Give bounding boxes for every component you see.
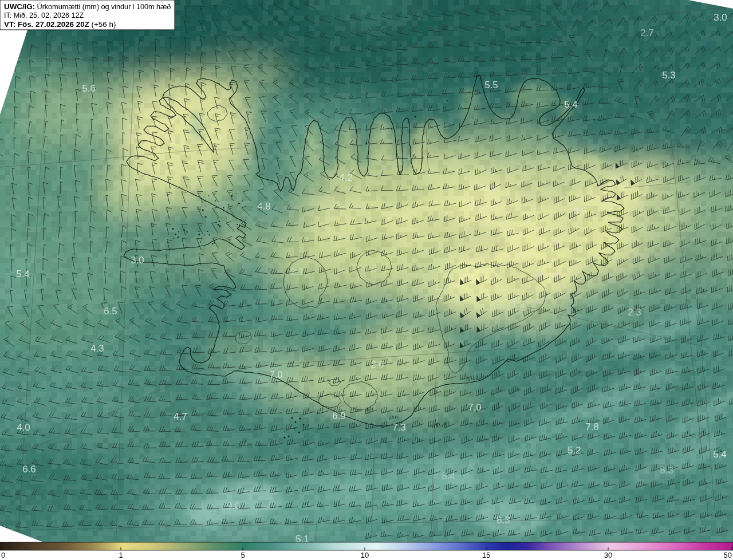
svg-text:0: 0 — [1, 551, 5, 559]
svg-text:IT: Mið. 25. 02. 2026 12Z: IT: Mið. 25. 02. 2026 12Z — [4, 11, 84, 19]
svg-text:4.3: 4.3 — [90, 343, 104, 354]
svg-text:6.9: 6.9 — [332, 411, 346, 421]
svg-text:7.0: 7.0 — [468, 402, 482, 413]
svg-text:1: 1 — [119, 551, 123, 559]
svg-text:8.3: 8.3 — [496, 515, 510, 526]
svg-text:5: 5 — [241, 551, 245, 559]
svg-text:8.4: 8.4 — [442, 471, 455, 482]
svg-text:30: 30 — [604, 551, 612, 559]
svg-text:5.3: 5.3 — [662, 70, 676, 81]
svg-text:7.3: 7.3 — [392, 422, 406, 433]
svg-text:5.4: 5.4 — [16, 269, 30, 279]
svg-text:5.5: 5.5 — [484, 80, 498, 90]
svg-text:5.4: 5.4 — [713, 449, 727, 460]
svg-text:9.0: 9.0 — [227, 500, 241, 511]
svg-text:2.7: 2.7 — [640, 27, 654, 38]
svg-text:1.2: 1.2 — [434, 281, 448, 292]
svg-text:1.6: 1.6 — [364, 263, 377, 274]
svg-text:3.0: 3.0 — [714, 12, 727, 23]
svg-text:7.0: 7.0 — [269, 369, 283, 380]
svg-text:6.6: 6.6 — [22, 464, 36, 475]
svg-text:7.8: 7.8 — [585, 421, 599, 432]
svg-text:2.6: 2.6 — [371, 359, 384, 370]
svg-text:2.3: 2.3 — [628, 307, 641, 318]
svg-text:5.2: 5.2 — [568, 445, 581, 456]
svg-text:1.2: 1.2 — [511, 299, 525, 310]
svg-text:2.1: 2.1 — [290, 266, 304, 277]
svg-text:8.3: 8.3 — [660, 465, 673, 476]
svg-text:6.5: 6.5 — [104, 306, 117, 317]
svg-text:5.4: 5.4 — [564, 99, 578, 110]
svg-text:5.6: 5.6 — [82, 83, 96, 94]
svg-text:VT: Fös. 27.02.2026 20Z (+56 h: VT: Fös. 27.02.2026 20Z (+56 h) — [4, 20, 116, 29]
svg-text:50: 50 — [724, 551, 732, 559]
svg-text:3.0: 3.0 — [131, 255, 144, 266]
svg-text:3.6: 3.6 — [573, 206, 587, 216]
svg-text:4.2: 4.2 — [339, 172, 353, 183]
svg-text:4.7: 4.7 — [174, 411, 187, 422]
svg-text:15: 15 — [482, 551, 490, 559]
svg-text:4.0: 4.0 — [17, 422, 30, 433]
svg-text:1.5: 1.5 — [171, 135, 184, 146]
svg-text:UWC/IG: Úrkomumætti (mm) og vi: UWC/IG: Úrkomumætti (mm) og vindur i 100… — [4, 2, 171, 11]
svg-text:4.8: 4.8 — [257, 201, 271, 212]
svg-text:10: 10 — [361, 551, 369, 559]
